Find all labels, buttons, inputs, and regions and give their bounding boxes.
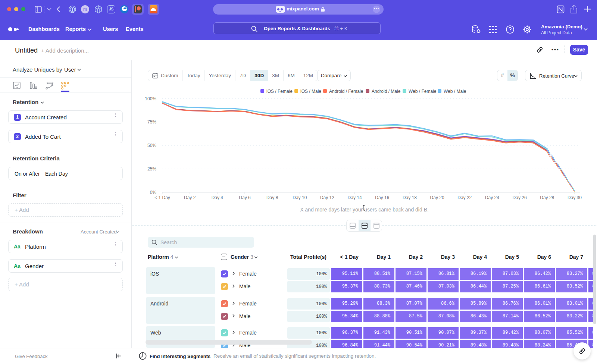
svg-text:0%: 0% [150,190,157,195]
svg-text:Day 14: Day 14 [348,195,362,200]
svg-text:Day 30: Day 30 [568,195,582,200]
svg-text:50%: 50% [147,143,156,148]
svg-text:Day 6: Day 6 [239,195,251,200]
svg-text:Day 28: Day 28 [540,195,554,200]
svg-text:Day 8: Day 8 [266,195,278,200]
svg-text:< 1 Day: < 1 Day [154,195,170,200]
svg-text:Day 20: Day 20 [430,195,444,200]
svg-text:Day 22: Day 22 [457,195,472,200]
svg-text:75%: 75% [147,119,156,125]
svg-text:25%: 25% [147,166,156,172]
svg-text:Day 24: Day 24 [485,195,499,200]
svg-text:Day 12: Day 12 [320,195,334,200]
svg-text:Day 2: Day 2 [184,195,196,200]
svg-text:Day 26: Day 26 [513,195,527,200]
svg-text:Day 4: Day 4 [212,195,224,200]
svg-text:100%: 100% [145,96,156,101]
svg-text:Day 10: Day 10 [293,195,307,200]
svg-text:Day 18: Day 18 [403,195,417,200]
svg-text:Day 16: Day 16 [375,195,389,200]
